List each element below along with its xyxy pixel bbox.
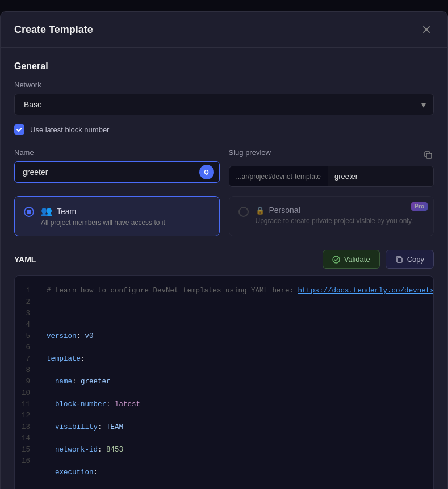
team-visibility-text: 👥 Team All project members will have acc… <box>41 206 210 227</box>
network-label: Network <box>14 81 434 89</box>
yaml-actions: Validate Copy <box>323 250 434 269</box>
slug-value: greeter <box>328 166 433 186</box>
team-radio <box>24 207 34 217</box>
team-visibility-desc: All project members will have access to … <box>41 219 210 227</box>
copy-button[interactable]: Copy <box>386 250 434 269</box>
name-input[interactable] <box>14 161 220 183</box>
personal-visibility-text: 🔒 Personal Upgrade to create private pro… <box>256 206 425 225</box>
slug-header: Slug preview <box>229 148 434 161</box>
validate-label: Validate <box>344 255 370 264</box>
name-field-col: Name Q <box>14 148 220 187</box>
lock-icon: 🔒 <box>256 206 265 215</box>
yaml-code-block: 12345 678910 111213141516 # Learn how to… <box>14 275 434 489</box>
slug-input-row: ...ar/project/devnet-template greeter <box>229 166 434 187</box>
network-select[interactable]: Base Ethereum Polygon Arbitrum Optimism <box>14 94 434 115</box>
name-input-wrapper: Q <box>14 161 220 183</box>
pro-badge: Pro <box>411 202 428 211</box>
code-lines: 12345 678910 111213141516 # Learn how to… <box>15 276 433 489</box>
code-content: # Learn how to configure DevNet template… <box>37 276 433 489</box>
name-slug-row: Name Q Slug preview <box>14 148 434 187</box>
latest-block-checkbox[interactable] <box>14 124 24 135</box>
svg-rect-2 <box>397 258 402 262</box>
personal-radio <box>238 207 249 217</box>
slug-label: Slug preview <box>229 148 271 157</box>
svg-rect-0 <box>426 153 432 158</box>
visibility-row: 👥 Team All project members will have acc… <box>14 196 434 236</box>
validate-button[interactable]: Validate <box>323 250 380 269</box>
name-input-icon: Q <box>199 165 214 179</box>
visibility-team-card[interactable]: 👥 Team All project members will have acc… <box>14 196 220 236</box>
yaml-title: YAML <box>14 255 36 264</box>
users-icon: 👥 <box>41 206 52 216</box>
network-select-wrapper: Base Ethereum Polygon Arbitrum Optimism … <box>14 94 434 115</box>
team-visibility-title: 👥 Team <box>41 206 210 216</box>
modal-title: Create Template <box>14 24 93 36</box>
line-numbers: 12345 678910 111213141516 <box>15 276 37 489</box>
yaml-section: YAML Validate <box>14 250 434 489</box>
personal-visibility-desc: Upgrade to create private project visibl… <box>256 217 425 225</box>
modal-body: General Network Base Ethereum Polygon Ar… <box>1 48 447 489</box>
latest-block-label: Use latest block number <box>30 126 109 134</box>
personal-visibility-title: 🔒 Personal <box>256 206 425 215</box>
modal-header: Create Template <box>1 12 447 48</box>
copy-label: Copy <box>407 255 424 264</box>
name-label: Name <box>14 148 220 157</box>
close-button[interactable] <box>419 22 434 37</box>
create-template-modal: Create Template General Network Base Eth… <box>0 11 448 489</box>
visibility-personal-card[interactable]: 🔒 Personal Upgrade to create private pro… <box>229 196 434 236</box>
latest-block-row[interactable]: Use latest block number <box>14 124 434 135</box>
slug-preview-col: Slug preview ...ar/project/devnet-templa… <box>229 148 434 187</box>
general-section-title: General <box>14 61 434 72</box>
slug-prefix: ...ar/project/devnet-template <box>229 166 328 186</box>
slug-copy-button[interactable] <box>422 149 434 161</box>
yaml-header: YAML Validate <box>14 250 434 269</box>
